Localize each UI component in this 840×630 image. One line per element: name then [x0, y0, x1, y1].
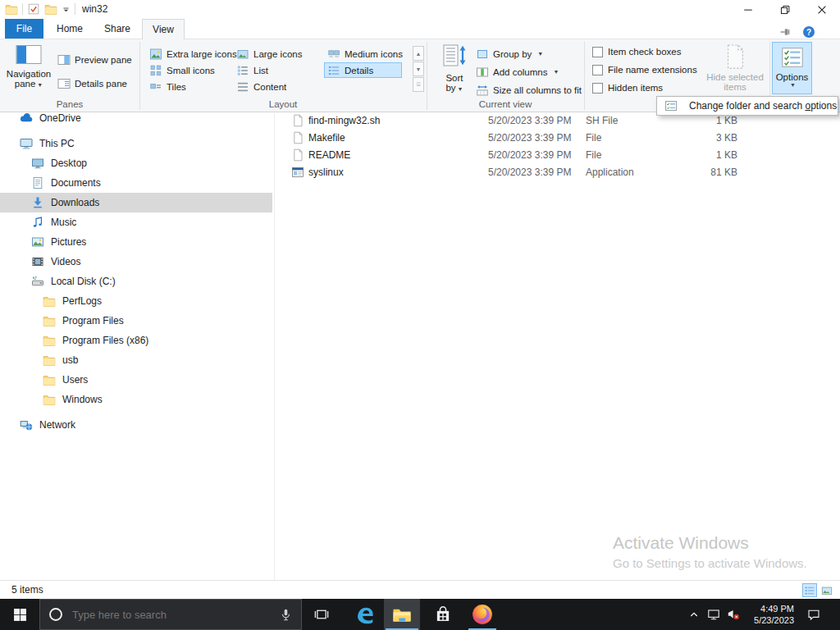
- sidebar-item-desktop[interactable]: Desktop: [0, 153, 272, 173]
- properties-icon[interactable]: [27, 2, 40, 16]
- size-all-columns-button[interactable]: Size all columns to fit: [476, 82, 582, 98]
- file-explorer-taskbar-icon[interactable]: [384, 599, 420, 630]
- hidden-items-label: Hidden items: [608, 83, 663, 93]
- local-disk-icon: [31, 275, 44, 288]
- restore-button[interactable]: [766, 0, 803, 19]
- layout-option-details[interactable]: Details: [324, 62, 402, 78]
- help-icon[interactable]: ?: [802, 25, 815, 39]
- close-button[interactable]: [803, 0, 840, 19]
- clock-time: 4:49 PM: [760, 603, 794, 614]
- details-view-toggle[interactable]: [802, 583, 817, 597]
- start-button[interactable]: [0, 599, 39, 630]
- menu-item-change-folder-options[interactable]: Change folder and search options: [689, 100, 837, 112]
- tab-share[interactable]: Share: [95, 19, 139, 39]
- edge-taskbar-icon[interactable]: [347, 599, 383, 630]
- tab-file[interactable]: File: [5, 19, 43, 39]
- search-input[interactable]: [72, 609, 279, 621]
- folder-icon: [43, 294, 56, 308]
- file-date-cell: 5/20/2023 3:39 PM: [488, 132, 586, 144]
- sidebar-item-network[interactable]: Network: [0, 415, 272, 435]
- sidebar-item-usb[interactable]: usb: [0, 350, 272, 370]
- gallery-more-button[interactable]: ⍗: [413, 77, 424, 92]
- preview-pane-button[interactable]: Preview pane: [57, 52, 132, 67]
- layout-option-list[interactable]: List: [233, 62, 322, 78]
- store-taskbar-icon[interactable]: [425, 599, 461, 630]
- layout-gallery-col2: Large iconsListContent: [233, 46, 322, 95]
- taskbar-search-box[interactable]: [39, 599, 302, 630]
- minimize-button[interactable]: [729, 0, 766, 19]
- qat-chevron-icon[interactable]: [62, 5, 71, 14]
- sidebar-item-windows[interactable]: Windows: [0, 390, 272, 409]
- hidden-items-checkbox[interactable]: Hidden items: [592, 81, 663, 94]
- sidebar-item-this-pc[interactable]: This PC: [0, 134, 272, 153]
- options-button[interactable]: Options ▼: [772, 42, 812, 94]
- sidebar-item-onedrive[interactable]: OneDrive: [0, 113, 272, 128]
- sidebar-item-program-files[interactable]: Program Files: [0, 311, 272, 331]
- size-all-columns-label: Size all columns to fit: [493, 85, 582, 95]
- network-tray-icon[interactable]: [704, 599, 724, 630]
- file-name-cell: README: [308, 149, 488, 161]
- firefox-icon: [471, 603, 494, 626]
- file-date-cell: 5/20/2023 3:39 PM: [488, 115, 586, 126]
- file-name-extensions-checkbox[interactable]: File name extensions: [592, 63, 697, 76]
- sidebar-item-label: Network: [39, 419, 75, 431]
- sidebar-item-label: Windows: [62, 394, 103, 405]
- sidebar-item-label: Program Files: [62, 315, 124, 326]
- pane-divider[interactable]: [274, 113, 275, 580]
- new-folder-icon[interactable]: [44, 2, 57, 16]
- tray-network-icon: [707, 608, 720, 621]
- gallery-scroll-up[interactable]: ▲: [413, 46, 424, 61]
- sidebar-item-perflogs[interactable]: PerfLogs: [0, 291, 272, 311]
- sidebar-item-users[interactable]: Users: [0, 370, 272, 390]
- item-check-boxes-checkbox[interactable]: Item check boxes: [592, 45, 681, 58]
- file-row-makefile[interactable]: Makefile5/20/2023 3:39 PMFile3 KB: [285, 129, 737, 146]
- group-by-button[interactable]: Group by ▼: [476, 46, 543, 62]
- separator: [75, 3, 75, 15]
- tray-expand-chevron[interactable]: [686, 599, 702, 630]
- navigation-pane-button[interactable]: Navigation pane▼: [3, 42, 54, 94]
- gallery-scroll-down[interactable]: ▼: [413, 62, 424, 76]
- tab-view[interactable]: View: [142, 19, 185, 39]
- layout-option-content[interactable]: Content: [233, 79, 322, 94]
- add-columns-button[interactable]: Add columns ▼: [476, 64, 559, 80]
- layout-option-medium-icons[interactable]: Medium icons: [324, 46, 402, 62]
- sidebar-item-label: Local Disk (C:): [51, 276, 116, 287]
- file-icon: [291, 114, 304, 127]
- thumbnail-view-toggle[interactable]: [819, 583, 834, 597]
- sort-by-label: Sort: [445, 73, 463, 83]
- sidebar-item-music[interactable]: Music: [0, 212, 272, 232]
- taskbar-clock[interactable]: 4:49 PM 5/23/2023: [743, 599, 794, 630]
- layout-option-small-icons[interactable]: Small icons: [146, 62, 231, 78]
- quick-access-toolbar: [5, 2, 75, 16]
- file-date-cell: 5/20/2023 3:39 PM: [488, 149, 586, 161]
- layout-option-extra-large-icons[interactable]: Extra large icons: [146, 46, 231, 62]
- layout-option-large-icons[interactable]: Large icons: [233, 46, 322, 62]
- sidebar-item-program-files-x86[interactable]: Program Files (x86): [0, 331, 272, 350]
- file-name-extensions-label: File name extensions: [608, 65, 697, 75]
- mic-icon[interactable]: [279, 608, 293, 622]
- sidebar-item-videos[interactable]: Videos: [0, 252, 272, 272]
- file-icon: [291, 148, 304, 162]
- file-type-cell: Application: [586, 167, 682, 178]
- sidebar-item-downloads[interactable]: Downloads: [0, 193, 272, 212]
- sidebar: OneDriveThis PCDesktopDocumentsDownloads…: [0, 113, 274, 580]
- pin-icon[interactable]: [779, 25, 792, 39]
- action-center-button[interactable]: [799, 599, 829, 630]
- options-label: Options: [776, 72, 809, 82]
- task-view-button[interactable]: [304, 599, 340, 630]
- sidebar-item-pictures[interactable]: Pictures: [0, 232, 272, 252]
- videos-icon: [31, 255, 44, 268]
- add-columns-label: Add columns: [493, 67, 547, 77]
- volume-muted-tray-icon[interactable]: [724, 599, 743, 630]
- layout-option-label: List: [253, 66, 268, 75]
- file-row-syslinux[interactable]: syslinux5/20/2023 3:39 PMApplication81 K…: [285, 163, 737, 180]
- sort-by-button[interactable]: Sort by▼: [436, 42, 472, 94]
- file-size-cell: 1 KB: [682, 149, 737, 161]
- sidebar-item-local-disk-c[interactable]: Local Disk (C:): [0, 272, 272, 291]
- sidebar-item-documents[interactable]: Documents: [0, 173, 272, 193]
- layout-option-tiles[interactable]: Tiles: [146, 79, 231, 94]
- firefox-taskbar-icon[interactable]: [464, 599, 500, 630]
- tab-home[interactable]: Home: [49, 19, 90, 39]
- file-row-readme[interactable]: README5/20/2023 3:39 PMFile1 KB: [285, 146, 737, 163]
- details-pane-button[interactable]: Details pane: [57, 75, 127, 91]
